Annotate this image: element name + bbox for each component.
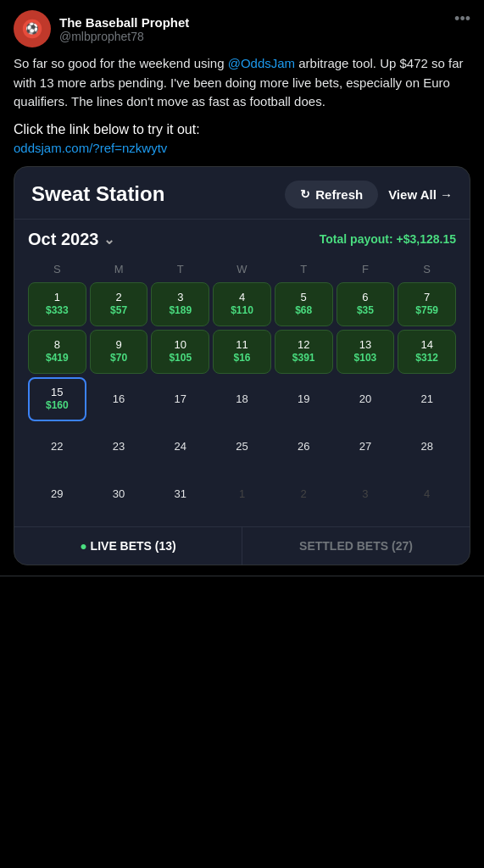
- day-header-mon: M: [90, 259, 148, 279]
- widget-header-actions: ↻ Refresh View All →: [285, 181, 453, 209]
- referral-link[interactable]: oddsjam.com/?ref=nzkwytv: [14, 141, 167, 155]
- total-payout: Total payout: +$3,128.15: [320, 232, 456, 246]
- refresh-icon: ↻: [300, 187, 310, 201]
- user-info: The Baseball Prophet @mlbprophet78: [59, 15, 189, 43]
- live-bets-tab[interactable]: ● LIVE BETS (13): [14, 527, 242, 565]
- tweet-header: ⚽ The Baseball Prophet @mlbprophet78 •••: [14, 10, 470, 47]
- avatar: ⚽: [14, 10, 51, 47]
- live-dot-icon: ●: [80, 539, 86, 553]
- settled-bets-label: SETTLED BETS (27): [299, 539, 413, 553]
- day-cell[interactable]: 20: [337, 377, 395, 421]
- day-cell[interactable]: 1$333: [28, 282, 86, 326]
- day-header-thu: T: [275, 259, 333, 279]
- refresh-label: Refresh: [315, 187, 363, 202]
- day-cell[interactable]: 31: [151, 472, 209, 516]
- day-cell-dim: 3: [337, 472, 395, 516]
- day-cell[interactable]: 25: [213, 425, 271, 469]
- day-cell[interactable]: 12$391: [275, 330, 333, 374]
- day-cell[interactable]: 4$110: [213, 282, 271, 326]
- day-cell[interactable]: 22: [28, 425, 86, 469]
- calendar-section: Oct 2023 ⌄ Total payout: +$3,128.15 S M …: [14, 220, 470, 526]
- day-cell[interactable]: 17: [151, 377, 209, 421]
- day-cell[interactable]: 7$759: [398, 282, 456, 326]
- sweat-station-widget: Sweat Station ↻ Refresh View All → Oct 2…: [14, 166, 470, 565]
- tweet-container: ⚽ The Baseball Prophet @mlbprophet78 •••…: [0, 0, 484, 576]
- svg-text:⚽: ⚽: [25, 22, 39, 36]
- chevron-down-icon: ⌄: [103, 231, 114, 248]
- day-cell-dim: 4: [398, 472, 456, 516]
- day-header-tue: T: [151, 259, 209, 279]
- day-cell[interactable]: 27: [337, 425, 395, 469]
- widget-title: Sweat Station: [31, 182, 164, 207]
- day-cell[interactable]: 2$57: [90, 282, 148, 326]
- mention[interactable]: @OddsJam: [228, 56, 295, 70]
- day-cell[interactable]: 8$419: [28, 330, 86, 374]
- calendar-grid: S M T W T F S 1$333 2$57 3$189 4$110 5$6…: [28, 259, 456, 516]
- settled-bets-tab[interactable]: SETTLED BETS (27): [242, 527, 470, 565]
- view-all-button[interactable]: View All →: [388, 187, 453, 202]
- day-cell[interactable]: 24: [151, 425, 209, 469]
- widget-header: Sweat Station ↻ Refresh View All →: [14, 167, 470, 220]
- month-selector[interactable]: Oct 2023 ⌄: [28, 230, 114, 249]
- day-cell-today[interactable]: 15$160: [28, 377, 86, 421]
- day-cell[interactable]: 11$16: [213, 330, 271, 374]
- day-cell[interactable]: 26: [275, 425, 333, 469]
- day-cell[interactable]: 28: [398, 425, 456, 469]
- refresh-button[interactable]: ↻ Refresh: [285, 181, 378, 209]
- day-cell[interactable]: 16: [90, 377, 148, 421]
- day-cell[interactable]: 21: [398, 377, 456, 421]
- day-cell[interactable]: 5$68: [275, 282, 333, 326]
- day-header-sat: S: [398, 259, 456, 279]
- tweet-user: ⚽ The Baseball Prophet @mlbprophet78: [14, 10, 189, 47]
- day-header-fri: F: [337, 259, 395, 279]
- day-cell-dim: 1: [213, 472, 271, 516]
- more-options-icon[interactable]: •••: [454, 10, 470, 28]
- total-payout-label: Total payout:: [320, 232, 393, 246]
- click-cta: Click the link below to try it out:: [14, 122, 470, 137]
- day-cell[interactable]: 14$312: [398, 330, 456, 374]
- day-cell[interactable]: 9$70: [90, 330, 148, 374]
- day-cell[interactable]: 29: [28, 472, 86, 516]
- day-cell[interactable]: 23: [90, 425, 148, 469]
- day-cell[interactable]: 18: [213, 377, 271, 421]
- day-cell[interactable]: 10$105: [151, 330, 209, 374]
- day-header-wed: W: [213, 259, 271, 279]
- tweet-text-before-mention: So far so good for the weekend using: [14, 56, 228, 70]
- day-header-sun: S: [28, 259, 86, 279]
- day-cell[interactable]: 19: [275, 377, 333, 421]
- total-payout-value: +$3,128.15: [397, 232, 456, 246]
- calendar-top: Oct 2023 ⌄ Total payout: +$3,128.15: [28, 230, 456, 249]
- user-name: The Baseball Prophet: [59, 15, 189, 30]
- day-cell[interactable]: 13$103: [337, 330, 395, 374]
- month-label: Oct 2023: [28, 230, 98, 249]
- widget-footer: ● LIVE BETS (13) SETTLED BETS (27): [14, 526, 470, 565]
- day-cell-dim: 2: [275, 472, 333, 516]
- user-handle: @mlbprophet78: [59, 30, 189, 43]
- day-cell[interactable]: 30: [90, 472, 148, 516]
- day-cell[interactable]: 6$35: [337, 282, 395, 326]
- live-bets-label: LIVE BETS (13): [91, 539, 176, 553]
- day-cell[interactable]: 3$189: [151, 282, 209, 326]
- tweet-body: So far so good for the weekend using @Od…: [14, 54, 470, 112]
